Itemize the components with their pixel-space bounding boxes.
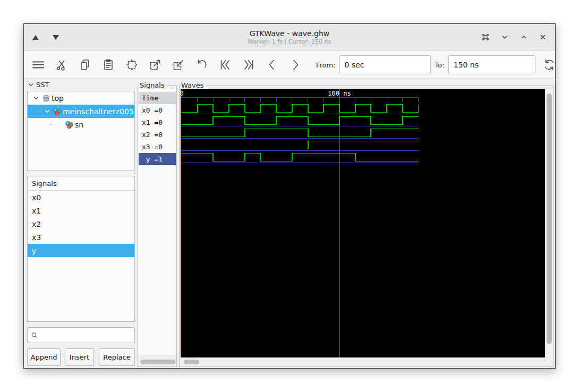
signal-value-row[interactable]: x3 =0	[139, 141, 176, 153]
tree-item-sn[interactable]: sn	[28, 118, 134, 131]
titlebar-down-button[interactable]	[49, 31, 62, 44]
wave-y	[182, 154, 419, 161]
paste-button[interactable]	[101, 58, 115, 72]
skip-to-start-icon	[218, 58, 232, 72]
goto-end-button[interactable]	[242, 58, 256, 72]
from-label: From:	[316, 61, 336, 69]
signal-item-x0[interactable]: x0	[28, 191, 134, 204]
reload-icon	[542, 58, 556, 72]
signal-list-frame-label: Signals	[139, 81, 167, 90]
gtkwave-window: GTKWave - wave.ghw Marker: 1 fs | Cursor…	[23, 23, 556, 369]
titlebar-text: GTKWave - wave.ghw Marker: 1 fs | Cursor…	[24, 24, 555, 50]
copy-button[interactable]	[78, 58, 92, 72]
signal-item-y[interactable]: y	[28, 244, 134, 257]
waves-vscrollbar[interactable]	[545, 89, 552, 359]
splitter-left[interactable]	[135, 86, 137, 367]
titlebar-up-button[interactable]	[29, 31, 42, 44]
chevron-down-icon	[33, 96, 39, 100]
search-icon	[31, 331, 38, 339]
waves-hscroll-thumb[interactable]	[184, 360, 199, 364]
hamburger-icon	[31, 58, 45, 72]
waves-frame-label: Waves	[180, 81, 206, 90]
titlebar-left-buttons	[29, 24, 62, 50]
instance-icon	[65, 121, 74, 129]
close-button[interactable]	[537, 31, 549, 43]
splitter-mid[interactable]	[177, 86, 179, 367]
tree-item-label: top	[52, 94, 64, 103]
to-field[interactable]	[448, 55, 535, 74]
signal-list-frame: Signals Timex0 =0x1 =0x2 =0x3 =0 y =1	[138, 86, 177, 367]
zoom-fit-icon	[125, 58, 139, 72]
prev-edge-button[interactable]	[265, 58, 279, 72]
sst-label: SST	[36, 81, 49, 89]
append-button[interactable]: Append	[27, 348, 61, 366]
maximize-button[interactable]	[518, 31, 530, 43]
toolbar: From: To:	[24, 51, 555, 79]
zoom-out-icon	[172, 58, 185, 72]
wave-x3	[182, 141, 419, 149]
wave-x0	[182, 105, 419, 113]
to-label: To:	[435, 61, 445, 69]
waves-frame: Waves 0100 ns	[179, 86, 554, 367]
from-field[interactable]	[339, 55, 431, 74]
chevron-left-icon	[265, 58, 279, 72]
clipboard-icon	[101, 58, 115, 72]
sst-expander[interactable]: SST	[28, 80, 49, 89]
menu-button[interactable]	[31, 58, 45, 72]
fit-window-button[interactable]	[480, 31, 491, 43]
marker-cursor-status: Marker: 1 fs | Cursor: 150 ns	[248, 38, 331, 46]
skip-to-end-icon	[242, 58, 256, 72]
signal-value-row[interactable]: x2 =0	[139, 129, 176, 141]
undo-button[interactable]	[195, 58, 209, 72]
replace-button[interactable]: Replace	[99, 348, 135, 366]
signal-list-hscrollbar[interactable]	[139, 357, 176, 366]
chevron-up-icon	[519, 32, 529, 42]
tree-item-meinschaltnetz0057testb[interactable]: meinschaltnetz0057testb	[28, 105, 134, 118]
tree-item-label: sn	[75, 121, 83, 129]
signals-panel-header: Signals	[28, 176, 134, 191]
chevron-down-icon	[28, 83, 33, 87]
signal-value-row[interactable]: x1 =0	[139, 116, 176, 129]
signals-panel-list: x0x1x2x3y	[28, 191, 134, 257]
cut-button[interactable]	[55, 58, 69, 72]
signal-item-x2[interactable]: x2	[28, 217, 134, 231]
signal-value-list[interactable]: Timex0 =0x1 =0x2 =0x3 =0 y =1	[139, 89, 176, 355]
insert-button[interactable]: Insert	[65, 348, 94, 366]
undo-icon	[195, 58, 209, 72]
next-edge-button[interactable]	[288, 58, 302, 72]
zoom-out-button[interactable]	[172, 58, 185, 72]
search-input[interactable]	[41, 329, 134, 342]
titlebar[interactable]: GTKWave - wave.ghw Marker: 1 fs | Cursor…	[24, 24, 555, 50]
waves-hscrollbar[interactable]	[180, 357, 552, 366]
minimize-button[interactable]	[499, 31, 510, 43]
window-title: GTKWave - wave.ghw	[250, 29, 330, 38]
close-icon	[538, 32, 548, 42]
waves-vscroll-thumb[interactable]	[547, 93, 552, 344]
zoom-in-icon	[148, 58, 162, 72]
titlebar-right-buttons	[480, 24, 549, 50]
signal-list-hscroll-thumb[interactable]	[140, 360, 175, 364]
signal-value-row[interactable]: x0 =0	[139, 104, 176, 116]
zoom-in-button[interactable]	[148, 58, 162, 72]
scissors-icon	[55, 58, 69, 72]
tree-connector	[38, 111, 43, 112]
triangle-down-icon	[53, 35, 59, 40]
signal-search-box[interactable]	[27, 327, 135, 343]
sst-tree[interactable]: topmeinschaltnetz0057testbsn	[27, 91, 135, 171]
zoom-fit-button[interactable]	[125, 58, 139, 72]
goto-start-button[interactable]	[218, 58, 232, 72]
timeline-label: 0	[180, 90, 184, 97]
time-header[interactable]: Time	[139, 92, 176, 104]
signals-panel[interactable]: Signals x0x1x2x3y	[27, 176, 135, 322]
wave-x2	[182, 129, 419, 137]
reload-button[interactable]	[542, 58, 556, 72]
chevron-right-icon	[288, 58, 302, 72]
tree-item-top[interactable]: top	[28, 91, 134, 105]
signal-item-x3[interactable]: x3	[28, 231, 134, 244]
signal-item-x1[interactable]: x1	[28, 204, 134, 217]
tree-connector	[50, 124, 55, 125]
signal-action-buttons: Append Insert Replace	[27, 348, 135, 366]
wave-canvas[interactable]: 0100 ns	[180, 89, 546, 359]
triangle-up-icon	[32, 35, 39, 40]
signal-value-row[interactable]: y =1	[139, 153, 176, 165]
